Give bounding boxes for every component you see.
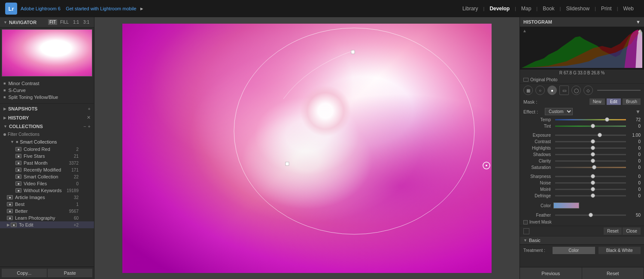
slider-sharpness-thumb[interactable]: [591, 174, 595, 178]
color-swatch[interactable]: [553, 202, 579, 208]
basic-section-header[interactable]: ▼ Basic: [520, 236, 644, 245]
treatment-color-button[interactable]: Color: [553, 247, 595, 254]
reset-button[interactable]: Reset: [604, 227, 622, 235]
slider-highlights-thumb[interactable]: [591, 146, 595, 150]
tool-circle-icon[interactable]: ○: [535, 86, 545, 95]
mask-new-button[interactable]: New: [589, 98, 605, 105]
slider-tint-label: Tint: [523, 124, 553, 129]
preset-item[interactable]: ■ Minor Contrast: [3, 80, 91, 87]
nav-library[interactable]: Library: [457, 6, 483, 12]
feather-thumb[interactable]: [589, 213, 593, 217]
collection-item-to-edit[interactable]: ▶ ■ To Edit + 2: [0, 221, 94, 228]
slider-contrast-label: Contrast: [523, 139, 553, 144]
effect-select[interactable]: Custom: [545, 108, 573, 115]
nav-slideshow[interactable]: Slideshow: [561, 6, 595, 12]
collection-item-article-images[interactable]: ■ Article Images 32: [0, 194, 94, 201]
nav-book[interactable]: Book: [538, 6, 559, 12]
slider-shadows-track[interactable]: [555, 154, 626, 155]
slider-shadows-label: Shadows: [523, 152, 553, 157]
collection-name: Best: [15, 202, 76, 207]
reset-develop-button[interactable]: Reset: [582, 267, 644, 279]
slider-sharpness-track[interactable]: [555, 176, 626, 177]
slider-noise-thumb[interactable]: [591, 181, 595, 185]
tool-grid-icon[interactable]: ▦: [523, 86, 533, 95]
snapshots-add-button[interactable]: +: [88, 106, 91, 111]
slider-defringe-thumb[interactable]: [591, 193, 595, 198]
nav-develop[interactable]: Develop: [484, 6, 515, 12]
slider-temp-thumb[interactable]: [605, 117, 609, 122]
preset-item[interactable]: ■ S-Curve: [3, 87, 91, 94]
snapshots-section[interactable]: ▶ Snapshots +: [0, 104, 94, 113]
feather-track[interactable]: [555, 215, 626, 216]
photo-container[interactable]: [122, 24, 492, 273]
collection-item-recently-modified[interactable]: ■ Recently Modified 171: [0, 166, 94, 173]
collection-item-without-keywords[interactable]: ■ Without Keywords 19189: [0, 187, 94, 194]
slider-defringe-track[interactable]: [555, 195, 626, 196]
slider-exposure-track[interactable]: [555, 135, 626, 136]
history-section[interactable]: ▶ History ✕: [0, 113, 94, 122]
navigator-preview[interactable]: [0, 28, 94, 78]
collection-item-colored-red[interactable]: ■ Colored Red 2: [0, 146, 94, 153]
collection-name: Five Stars: [24, 153, 74, 159]
collection-name: Without Keywords: [24, 188, 67, 193]
preset-item[interactable]: ■ Split Toning Yellow/Blue: [3, 94, 91, 101]
navigator-collapse-arrow[interactable]: ▼: [3, 20, 7, 25]
collection-item-video-files[interactable]: ■ Video Files 0: [0, 180, 94, 187]
copy-button[interactable]: Copy...: [2, 269, 47, 277]
slider-moire-thumb[interactable]: [591, 187, 595, 191]
slider-highlights-track[interactable]: [555, 147, 626, 149]
zoom-fit[interactable]: FIT: [48, 19, 57, 25]
invert-mask-checkbox[interactable]: [523, 220, 528, 224]
zoom-3-1[interactable]: 3:1: [82, 19, 91, 25]
zoom-1-1[interactable]: 1:1: [72, 19, 80, 25]
tool-circle-outline-icon[interactable]: ◯: [571, 86, 581, 95]
tool-radial-icon[interactable]: ●: [547, 86, 557, 95]
histogram-shadow-warning[interactable]: ▲: [522, 28, 527, 33]
close-button[interactable]: Close: [623, 227, 641, 235]
tool-diamond-icon[interactable]: ◇: [583, 86, 593, 95]
histogram-collapse-arrow[interactable]: ▼: [636, 19, 641, 25]
mask-edit-button[interactable]: Edit: [607, 98, 621, 105]
slider-saturation-track[interactable]: [555, 167, 626, 168]
slider-temp-row: Temp 72: [520, 117, 644, 123]
collection-item-learn-photography[interactable]: ■ Learn Photography 60: [0, 215, 94, 221]
slider-clarity-track[interactable]: [555, 160, 626, 162]
collection-item-best[interactable]: ■ Best 1: [0, 201, 94, 208]
slider-tint-thumb[interactable]: [591, 124, 595, 128]
slider-contrast-thumb[interactable]: [591, 139, 595, 144]
nav-print[interactable]: Print: [596, 6, 617, 12]
treatment-bw-button[interactable]: Black & White: [598, 247, 641, 254]
collections-remove-button[interactable]: −: [83, 124, 86, 129]
tool-rect-icon[interactable]: ▭: [559, 86, 569, 95]
collection-item-five-stars[interactable]: ■ Five Stars 21: [0, 153, 94, 159]
slider-saturation-thumb[interactable]: [592, 165, 596, 169]
color-swatch-container[interactable]: [553, 202, 641, 208]
slider-contrast-track[interactable]: [555, 141, 626, 142]
effect-expand-icon[interactable]: ▼: [635, 109, 641, 115]
slider-exposure-thumb[interactable]: [598, 133, 602, 137]
collections-section[interactable]: ▼ Collections − +: [0, 122, 94, 131]
nav-web[interactable]: Web: [618, 6, 639, 12]
history-clear-button[interactable]: ✕: [87, 115, 91, 120]
collection-item-past-month[interactable]: ■ Past Month 3372: [0, 159, 94, 166]
flower-center: [300, 85, 351, 137]
slider-noise-track[interactable]: [555, 182, 626, 184]
mask-brush-button[interactable]: Brush: [623, 98, 641, 105]
slider-shadows-thumb[interactable]: [591, 152, 595, 156]
zoom-fill[interactable]: FILL: [59, 19, 70, 25]
slider-moire-track[interactable]: [555, 189, 626, 190]
slider-tint-track[interactable]: [555, 126, 626, 127]
smart-collections-header[interactable]: ▼ ■ Smart Collections: [0, 138, 94, 146]
paste-button[interactable]: Paste: [48, 269, 93, 277]
slider-temp-track[interactable]: [555, 119, 626, 120]
slider-sharpness-value: 0: [628, 174, 641, 179]
collection-item-better[interactable]: ■ Better 9567: [0, 208, 94, 215]
app-subtitle[interactable]: Get started with Lightroom mobile: [66, 6, 136, 11]
slider-contrast-row: Contrast 0: [520, 138, 644, 145]
slider-clarity-thumb[interactable]: [591, 159, 595, 163]
histogram-highlight-warning[interactable]: ▲: [637, 28, 641, 33]
nav-map[interactable]: Map: [516, 6, 536, 12]
collection-item-smart-collection[interactable]: ■ Smart Collection 22: [0, 173, 94, 180]
collections-add-button[interactable]: +: [88, 124, 91, 129]
previous-button[interactable]: Previous: [520, 267, 582, 279]
